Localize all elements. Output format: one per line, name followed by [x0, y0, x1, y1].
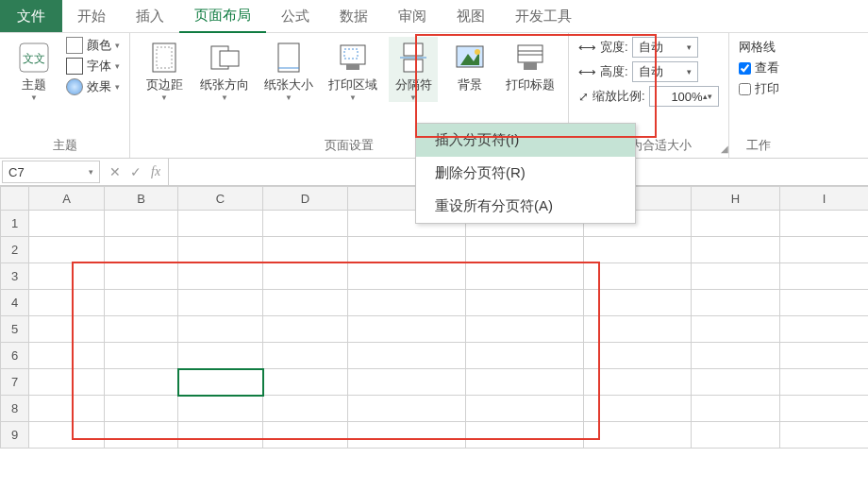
name-box[interactable]: C7 ▾: [2, 161, 100, 183]
cell[interactable]: [105, 290, 178, 316]
cell[interactable]: [466, 263, 584, 290]
cell[interactable]: [692, 237, 780, 263]
dialog-launcher-icon[interactable]: ◢: [721, 144, 728, 154]
cell[interactable]: [584, 290, 692, 316]
cell[interactable]: [263, 237, 348, 263]
theme-effects-button[interactable]: 效果 ▾: [66, 78, 120, 95]
cell[interactable]: [348, 369, 466, 396]
row-header[interactable]: 5: [1, 316, 29, 343]
cell[interactable]: [29, 316, 105, 343]
tab-data[interactable]: 数据: [325, 0, 383, 32]
cell[interactable]: [29, 422, 105, 449]
cell[interactable]: [466, 369, 584, 396]
tab-file[interactable]: 文件: [0, 0, 62, 32]
row-header[interactable]: 2: [1, 237, 29, 263]
print-area-button[interactable]: 打印区域 ▼: [325, 37, 381, 102]
cell[interactable]: [348, 422, 466, 449]
row-header[interactable]: 1: [1, 211, 29, 237]
cell[interactable]: [29, 396, 105, 422]
confirm-icon[interactable]: ✓: [130, 164, 142, 179]
cell[interactable]: [105, 211, 178, 237]
tab-insert[interactable]: 插入: [121, 0, 179, 32]
cell[interactable]: [692, 396, 780, 422]
cell[interactable]: [780, 396, 869, 422]
cell[interactable]: [29, 369, 105, 396]
cell[interactable]: [29, 263, 105, 290]
tab-review[interactable]: 审阅: [383, 0, 442, 32]
height-dropdown[interactable]: 自动▾: [632, 61, 698, 82]
cell[interactable]: [178, 211, 263, 237]
cell[interactable]: [780, 422, 869, 449]
cell[interactable]: [178, 290, 263, 316]
cell[interactable]: [584, 396, 692, 422]
cell[interactable]: [780, 211, 869, 237]
cell[interactable]: [263, 369, 348, 396]
cell[interactable]: [263, 343, 348, 369]
width-dropdown[interactable]: 自动▾: [632, 37, 698, 58]
row-header[interactable]: 8: [1, 396, 29, 422]
cell[interactable]: [29, 237, 105, 263]
cell[interactable]: [692, 211, 780, 237]
cell[interactable]: [780, 263, 869, 290]
cell[interactable]: [466, 422, 584, 449]
cell[interactable]: [105, 263, 178, 290]
tab-page-layout[interactable]: 页面布局: [179, 0, 266, 33]
cell[interactable]: [348, 263, 466, 290]
cell[interactable]: [584, 263, 692, 290]
cell[interactable]: [105, 396, 178, 422]
themes-button[interactable]: 文文 主题 ▼: [9, 37, 58, 102]
cell[interactable]: [466, 396, 584, 422]
cell[interactable]: [178, 396, 263, 422]
theme-colors-button[interactable]: 颜色 ▾: [66, 37, 120, 54]
insert-function-button[interactable]: fx: [151, 164, 160, 179]
row-header[interactable]: 6: [1, 343, 29, 369]
cell[interactable]: [466, 290, 584, 316]
cell[interactable]: [584, 237, 692, 263]
gridlines-print-checkbox[interactable]: 打印: [739, 80, 779, 97]
orientation-button[interactable]: 纸张方向 ▼: [196, 37, 253, 102]
cell[interactable]: [780, 343, 869, 369]
cell[interactable]: [466, 237, 584, 263]
row-header[interactable]: 9: [1, 422, 29, 449]
cell[interactable]: [584, 316, 692, 343]
menu-reset-page-breaks[interactable]: 重设所有分页符(A): [416, 190, 635, 223]
menu-insert-page-break[interactable]: 插入分页符(I): [416, 124, 635, 157]
print-titles-button[interactable]: 打印标题: [502, 37, 559, 92]
column-header[interactable]: A: [29, 187, 105, 211]
cell[interactable]: [263, 263, 348, 290]
cell[interactable]: [780, 369, 869, 396]
cell[interactable]: [348, 316, 466, 343]
background-button[interactable]: 背景: [445, 37, 494, 92]
cell[interactable]: [584, 343, 692, 369]
breaks-button[interactable]: 分隔符 ▼: [389, 37, 438, 102]
cell[interactable]: [105, 369, 178, 396]
cell[interactable]: [466, 343, 584, 369]
tab-developer[interactable]: 开发工具: [500, 0, 587, 32]
cell[interactable]: [692, 290, 780, 316]
column-header[interactable]: I: [780, 187, 869, 211]
cell[interactable]: [105, 343, 178, 369]
cell[interactable]: [105, 316, 178, 343]
cell[interactable]: [178, 369, 263, 396]
size-button[interactable]: 纸张大小 ▼: [260, 37, 317, 102]
cell[interactable]: [263, 290, 348, 316]
cell[interactable]: [348, 343, 466, 369]
cell[interactable]: [263, 211, 348, 237]
cell[interactable]: [263, 316, 348, 343]
menu-remove-page-break[interactable]: 删除分页符(R): [416, 157, 635, 190]
gridlines-view-checkbox[interactable]: 查看: [739, 59, 779, 76]
scale-spinner[interactable]: 100%▴▾: [649, 86, 719, 107]
cell[interactable]: [263, 422, 348, 449]
cell[interactable]: [178, 237, 263, 263]
tab-home[interactable]: 开始: [62, 0, 121, 32]
select-all-corner[interactable]: [1, 187, 29, 211]
theme-fonts-button[interactable]: 字体 ▾: [66, 58, 120, 75]
column-header[interactable]: C: [178, 187, 263, 211]
cell[interactable]: [348, 290, 466, 316]
cell[interactable]: [692, 316, 780, 343]
tab-view[interactable]: 视图: [442, 0, 500, 32]
cell[interactable]: [780, 316, 869, 343]
cell[interactable]: [105, 237, 178, 263]
cell[interactable]: [780, 290, 869, 316]
cell[interactable]: [780, 237, 869, 263]
